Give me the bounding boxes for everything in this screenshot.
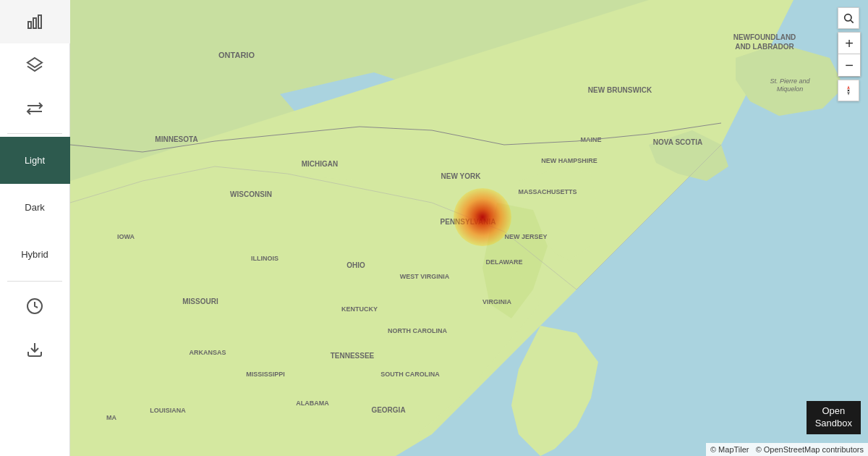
svg-text:IOWA: IOWA	[117, 233, 135, 240]
zoom-controls: + −	[838, 32, 861, 77]
svg-text:VIRGINIA: VIRGINIA	[482, 298, 512, 305]
divider-top	[7, 133, 63, 134]
svg-text:St. Pierre and: St. Pierre and	[770, 77, 810, 85]
map-type-selector: Light Dark Hybrid	[0, 137, 70, 278]
svg-rect-2	[38, 15, 41, 28]
svg-text:NEW HAMPSHIRE: NEW HAMPSHIRE	[541, 157, 597, 164]
svg-text:ONTARIO: ONTARIO	[218, 51, 255, 59]
svg-text:OHIO: OHIO	[346, 261, 365, 269]
open-sandbox-button[interactable]: Open Sandbox	[807, 401, 861, 434]
download-button[interactable]	[0, 328, 70, 371]
svg-point-44	[848, 90, 850, 92]
svg-text:NEW YORK: NEW YORK	[441, 172, 482, 180]
map-attribution: © MapTiler © OpenStreetMap contributors	[706, 443, 868, 456]
heatmap-point	[454, 188, 511, 246]
svg-text:KENTUCKY: KENTUCKY	[341, 305, 378, 313]
svg-text:MASSACHUSETTS: MASSACHUSETTS	[518, 188, 576, 195]
svg-text:SOUTH CAROLINA: SOUTH CAROLINA	[380, 371, 440, 378]
map-container[interactable]: ONTARIO NEWFOUNDLAND AND LABRADOR NEW BR…	[70, 0, 868, 456]
download-icon	[26, 341, 43, 358]
svg-rect-1	[33, 18, 36, 28]
svg-text:MA: MA	[106, 414, 116, 421]
layers-icon	[26, 56, 43, 74]
svg-marker-3	[27, 58, 42, 67]
map-type-dark[interactable]: Dark	[0, 184, 70, 231]
svg-text:DELAWARE: DELAWARE	[485, 258, 522, 266]
svg-point-40	[845, 14, 851, 21]
svg-text:MICHIGAN: MICHIGAN	[302, 160, 339, 168]
layers-button[interactable]	[0, 43, 70, 87]
svg-line-41	[851, 20, 854, 23]
svg-text:MINNESOTA: MINNESOTA	[155, 135, 197, 143]
svg-text:WEST VIRGINIA: WEST VIRGINIA	[400, 273, 450, 280]
svg-text:NOVA SCOTIA: NOVA SCOTIA	[653, 138, 702, 146]
compass-icon	[843, 85, 854, 96]
svg-marker-42	[847, 85, 850, 89]
svg-text:NORTH CAROLINA: NORTH CAROLINA	[388, 327, 447, 334]
chart-button[interactable]	[0, 0, 70, 43]
chart-icon	[26, 13, 43, 30]
history-icon	[26, 297, 43, 315]
svg-text:ARKANSAS: ARKANSAS	[189, 349, 226, 356]
svg-rect-0	[28, 22, 31, 28]
svg-text:NEWFOUNDLAND: NEWFOUNDLAND	[733, 33, 796, 41]
divider-bottom	[7, 281, 63, 282]
filter-button[interactable]	[0, 87, 70, 130]
map-type-light[interactable]: Light	[0, 137, 70, 184]
sidebar: Light Dark Hybrid	[0, 0, 70, 456]
map-controls: + −	[838, 7, 861, 101]
svg-text:Miquelon: Miquelon	[777, 85, 804, 93]
svg-text:LOUISIANA: LOUISIANA	[150, 407, 186, 414]
svg-text:TENNESSEE: TENNESSEE	[331, 352, 375, 360]
history-button[interactable]	[0, 284, 70, 328]
svg-text:ILLINOIS: ILLINOIS	[251, 255, 278, 262]
search-icon	[843, 12, 854, 24]
search-button[interactable]	[838, 7, 859, 29]
svg-text:GEORGIA: GEORGIA	[371, 406, 405, 414]
map-type-hybrid[interactable]: Hybrid	[0, 231, 70, 278]
svg-text:MISSISSIPPI: MISSISSIPPI	[246, 371, 285, 378]
svg-text:WISCONSIN: WISCONSIN	[230, 190, 272, 198]
zoom-out-button[interactable]: −	[838, 54, 860, 76]
svg-text:AND LABRADOR: AND LABRADOR	[735, 43, 794, 51]
compass-button[interactable]	[838, 80, 859, 101]
svg-text:ALABAMA: ALABAMA	[296, 400, 329, 407]
svg-text:NEW JERSEY: NEW JERSEY	[504, 233, 547, 240]
zoom-in-button[interactable]: +	[838, 33, 860, 54]
svg-text:MISSOURI: MISSOURI	[182, 297, 218, 305]
filter-icon	[26, 100, 43, 117]
svg-text:NEW BRUNSWICK: NEW BRUNSWICK	[588, 86, 652, 94]
svg-marker-43	[847, 91, 850, 95]
